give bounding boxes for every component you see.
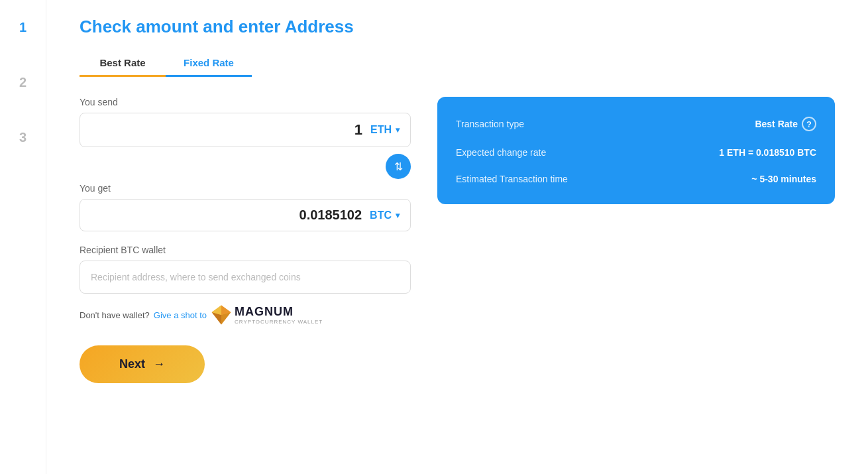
get-amount-input[interactable] — [91, 207, 362, 223]
transaction-type-label: Transaction type — [456, 119, 524, 129]
magnum-name: MAGNUM — [235, 305, 294, 318]
exchange-rate-row: Expected change rate 1 ETH = 0.018510 BT… — [456, 147, 816, 158]
send-input-row: ETH ▾ — [80, 113, 411, 147]
swap-wrapper: ⇅ — [80, 154, 411, 179]
wallet-promo: Don't have wallet? Give a shot to MAGNUM… — [80, 304, 411, 326]
send-label: You send — [80, 97, 411, 107]
next-label: Next — [119, 357, 145, 371]
magnum-logo[interactable]: MAGNUM CRYPTOCURRENCY WALLET — [211, 304, 323, 326]
recipient-label: Recipient BTC wallet — [80, 245, 411, 255]
exchange-rate-value: 1 ETH = 0.018510 BTC — [719, 147, 816, 158]
step-3[interactable]: 3 — [19, 130, 27, 145]
step-1[interactable]: 1 — [19, 20, 27, 35]
help-icon[interactable]: ? — [802, 117, 816, 131]
transaction-type-value: Best Rate — [755, 119, 798, 129]
send-currency-label: ETH — [370, 124, 392, 136]
get-input-row: BTC ▾ — [80, 199, 411, 231]
transaction-type-row: Transaction type Best Rate ? — [456, 117, 816, 131]
transaction-type-value-wrap: Best Rate ? — [755, 117, 816, 131]
rate-tabs: Best Rate Fixed Rate — [80, 50, 835, 77]
magnum-sub: CRYPTOCURRENCY WALLET — [235, 319, 323, 325]
magnum-diamond-icon — [211, 304, 232, 326]
exchange-rate-label: Expected change rate — [456, 147, 546, 158]
get-label: You get — [80, 183, 411, 194]
next-arrow-icon: → — [153, 357, 165, 371]
time-label: Estimated Transaction time — [456, 174, 568, 184]
info-card: Transaction type Best Rate ? Expected ch… — [437, 97, 835, 204]
send-currency-chevron: ▾ — [396, 125, 400, 135]
get-currency-selector[interactable]: BTC ▾ — [370, 209, 400, 221]
sidebar: 1 2 3 — [0, 0, 46, 474]
time-row: Estimated Transaction time ~ 5-30 minute… — [456, 174, 816, 184]
tab-best-rate[interactable]: Best Rate — [80, 50, 166, 77]
form-panel: You send ETH ▾ ⇅ You get BTC ▾ Recipient — [80, 97, 411, 383]
magnum-name-block: MAGNUM CRYPTOCURRENCY WALLET — [235, 305, 323, 325]
main-content: Check amount and enter Address Best Rate… — [46, 0, 868, 474]
time-value: ~ 5-30 minutes — [751, 174, 816, 184]
tab-fixed-rate[interactable]: Fixed Rate — [166, 50, 252, 77]
swap-button[interactable]: ⇅ — [386, 154, 411, 179]
recipient-address-input[interactable] — [80, 261, 411, 294]
wallet-promo-link[interactable]: Give a shot to — [154, 310, 207, 320]
next-button[interactable]: Next → — [80, 345, 205, 383]
get-currency-chevron: ▾ — [396, 211, 400, 220]
wallet-promo-text: Don't have wallet? — [80, 310, 150, 320]
get-currency-label: BTC — [370, 209, 392, 221]
page-title: Check amount and enter Address — [80, 17, 835, 37]
content-area: You send ETH ▾ ⇅ You get BTC ▾ Recipient — [80, 97, 835, 383]
send-currency-selector[interactable]: ETH ▾ — [370, 124, 400, 136]
step-2[interactable]: 2 — [19, 75, 27, 90]
send-amount-input[interactable] — [91, 121, 362, 139]
